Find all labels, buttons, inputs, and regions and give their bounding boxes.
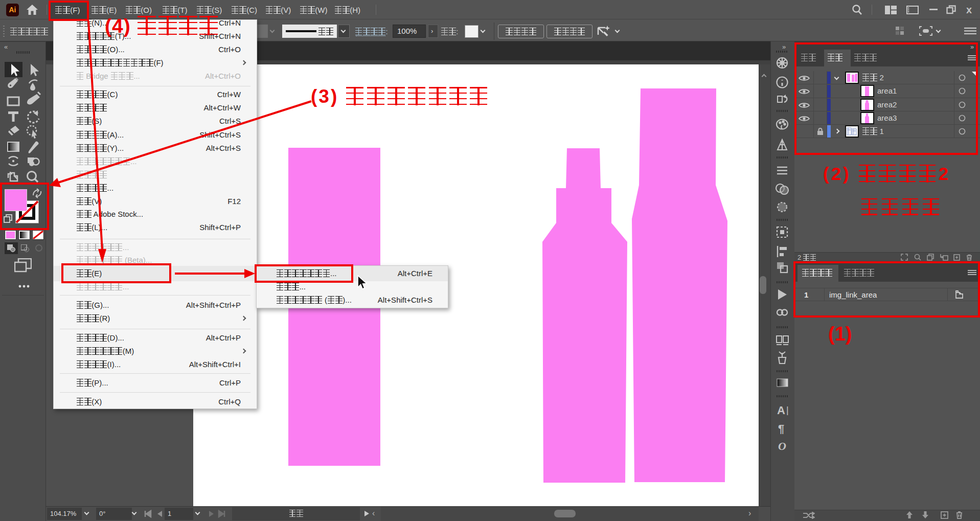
svg-text:¶: ¶ xyxy=(778,422,784,435)
svg-text:O: O xyxy=(778,440,786,452)
svg-text:|: | xyxy=(786,405,789,415)
svg-text:A: A xyxy=(777,404,785,417)
